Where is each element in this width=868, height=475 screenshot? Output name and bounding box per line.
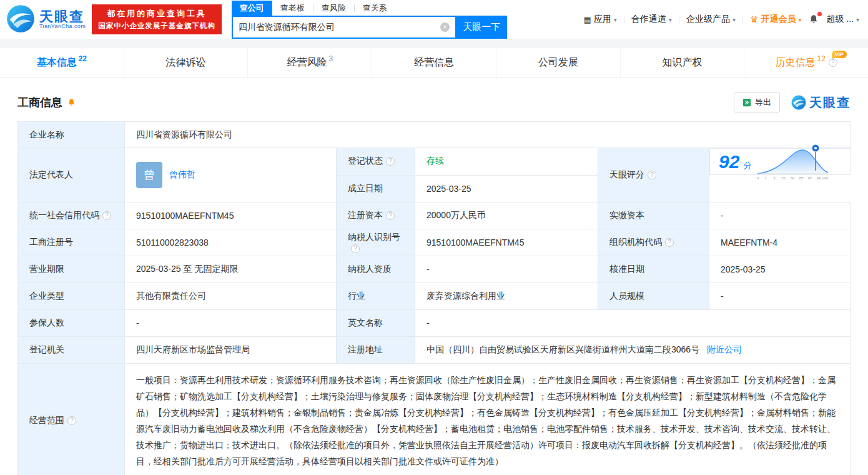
field-value-company-name: 四川省资源循环有限公司	[125, 122, 851, 148]
field-label-text: 经营范围	[29, 415, 64, 425]
score-value: 92	[719, 152, 739, 171]
chevron-down-icon: ▾	[856, 16, 859, 23]
crown-icon: ♛	[750, 14, 758, 25]
brand-watermark: 天眼查	[791, 94, 851, 111]
promo-badge-line2: 国家中小企业发展子基金旗下机构	[98, 21, 215, 31]
svg-text:97: 97	[808, 176, 812, 180]
search-area: 查公司 查老板 查风险 查关系 × 天眼一下	[232, 0, 507, 39]
help-question-icon[interactable]: ?	[648, 171, 656, 179]
field-label-company-name: 企业名称	[18, 122, 125, 148]
search-tab-boss[interactable]: 查老板	[272, 1, 313, 16]
menu-apps[interactable]: ▦ 应用 ▾	[584, 14, 617, 25]
apps-grid-icon: ▦	[584, 15, 591, 24]
help-question-icon[interactable]: ?	[829, 58, 837, 67]
field-label-taxpayer-qualification: 纳税人资质	[337, 256, 415, 282]
field-value-company-type: 其他有限责任公司	[125, 282, 337, 309]
field-value-reg-address: 中国（四川）自由贸易试验区天府新区兴隆街道梓州大道南二段3066号 附近公司	[415, 336, 851, 363]
field-value-approval-date: 2025-03-25	[709, 256, 851, 282]
svg-text:85: 85	[799, 176, 804, 180]
svg-text:15: 15	[781, 176, 786, 180]
field-label-reg-address: 注册地址	[337, 336, 415, 363]
search-tab-relation[interactable]: 查关系	[355, 1, 395, 16]
vip-badge: VIP	[832, 51, 847, 58]
score-distribution-chart: 0 1 3 15 50 85 97 99 100	[755, 142, 831, 182]
help-question-icon[interactable]: ?	[102, 211, 111, 220]
svg-text:50: 50	[791, 176, 795, 180]
company-nav-tabs: 基本信息 22 法律诉讼 经营风险 3 经营信息 公司发展 知识产权 VIP 历…	[0, 47, 868, 78]
field-value-establish-date: 2025-03-25	[415, 175, 598, 202]
field-value-reg-authority: 四川天府新区市场监督管理局	[125, 336, 337, 363]
field-value-reg-status: 存续	[415, 148, 598, 176]
notification-bell[interactable]	[808, 14, 819, 25]
search-tab-risk[interactable]: 查风险	[313, 1, 354, 16]
field-value-paid-capital: -	[709, 202, 851, 229]
export-button[interactable]: 导出	[734, 92, 780, 112]
menu-open-vip[interactable]: ♛ 开通会员 ▾	[750, 14, 801, 25]
field-label-text: 组织机构代码	[609, 237, 662, 247]
menu-divider	[742, 15, 743, 24]
field-label-business-scope: 经营范围?	[18, 363, 125, 475]
tab-count: 22	[79, 54, 87, 63]
search-input-wrap: ×	[232, 16, 456, 39]
tab-label: 经营信息	[414, 56, 454, 69]
field-value-taxpayer-id: 91510100MAEEFNTM45	[415, 229, 598, 256]
nearby-company-link[interactable]: 附近公司	[707, 344, 742, 354]
tab-label: 知识产权	[662, 56, 702, 69]
tab-company-development[interactable]: 公司发展	[496, 48, 621, 78]
search-tab-company[interactable]: 查公司	[232, 1, 272, 16]
tab-business-info[interactable]: 经营信息	[372, 48, 496, 78]
tab-label: 法律诉讼	[166, 56, 206, 69]
menu-cooperation[interactable]: 合作通道 ▾	[631, 14, 672, 25]
legal-rep-name-link[interactable]: 曾伟哲	[169, 169, 195, 181]
help-question-icon[interactable]: ?	[665, 238, 674, 247]
field-label-taxpayer-id: 纳税人识别号?	[337, 229, 415, 256]
tab-operating-risk[interactable]: 经营风险 3	[248, 48, 372, 78]
svg-text:0: 0	[757, 176, 759, 180]
tab-label: 经营风险	[287, 56, 327, 69]
menu-enterprise-product[interactable]: 企业级产品 ▾	[686, 14, 736, 25]
menu-account[interactable]: 超级 ... ▾	[826, 14, 859, 25]
main-content: 工商信息 导出	[0, 92, 868, 475]
tab-history-info[interactable]: VIP 历史信息 12 ?	[744, 48, 868, 78]
field-label-text: 天眼评分	[609, 169, 644, 179]
chevron-down-icon: ▾	[669, 16, 672, 23]
field-label-text: 纳税人识别号	[348, 232, 400, 242]
tab-legal-lawsuit[interactable]: 法律诉讼	[124, 48, 249, 78]
help-question-icon[interactable]: ?	[386, 157, 395, 166]
menu-apps-label: 应用	[594, 14, 611, 25]
menu-divider	[624, 15, 624, 24]
tab-basic-info[interactable]: 基本信息 22	[0, 48, 124, 78]
field-label-org-code: 组织机构代码?	[598, 229, 709, 256]
field-value-taxpayer-qualification: -	[415, 256, 598, 282]
tianyancha-logo-icon	[6, 4, 35, 35]
help-question-icon[interactable]: ?	[351, 244, 360, 253]
score-unit: 分	[743, 160, 751, 171]
search-button[interactable]: 天眼一下	[456, 16, 507, 39]
tab-intellectual-property[interactable]: 知识产权	[621, 48, 745, 78]
menu-open-vip-label: 开通会员	[761, 14, 796, 25]
legal-rep-avatar[interactable]: 曾	[136, 162, 162, 188]
page-divider-strip	[0, 39, 868, 47]
top-menu: ▦ 应用 ▾ 合作通道 ▾ 企业级产品 ▾ ♛ 开通会员 ▾ 超级 ..	[584, 14, 859, 25]
clear-search-icon[interactable]: ×	[440, 22, 450, 32]
field-label-company-type: 企业类型	[18, 282, 125, 309]
field-label-paid-capital: 实缴资本	[598, 202, 709, 229]
business-info-table: 企业名称 四川省资源循环有限公司 法定代表人 曾 曾伟哲 登记状态? 存续	[17, 121, 851, 475]
tab-count: 12	[817, 54, 825, 63]
field-label-credit-code: 统一社会信用代码?	[18, 202, 125, 229]
field-label-business-term: 营业期限	[18, 256, 125, 282]
help-question-icon[interactable]: ?	[67, 416, 76, 425]
tianyancha-logo[interactable]: 天眼查 TianYanCha.com	[6, 4, 86, 35]
section-title-text: 工商信息	[17, 95, 62, 110]
svg-text:1: 1	[765, 176, 767, 180]
tab-label: 公司发展	[538, 56, 578, 69]
field-label-legal-rep: 法定代表人	[18, 148, 125, 202]
field-label-reg-number: 工商注册号	[18, 229, 125, 256]
field-label-insured-count: 参保人数	[18, 309, 125, 336]
search-input[interactable]	[239, 22, 440, 32]
tab-label: 基本信息	[37, 56, 77, 69]
help-question-icon[interactable]: ?	[386, 211, 395, 220]
menu-cooperation-label: 合作通道	[631, 14, 666, 25]
svg-text:3: 3	[774, 176, 776, 180]
monitor-bell-icon[interactable]	[67, 98, 76, 108]
